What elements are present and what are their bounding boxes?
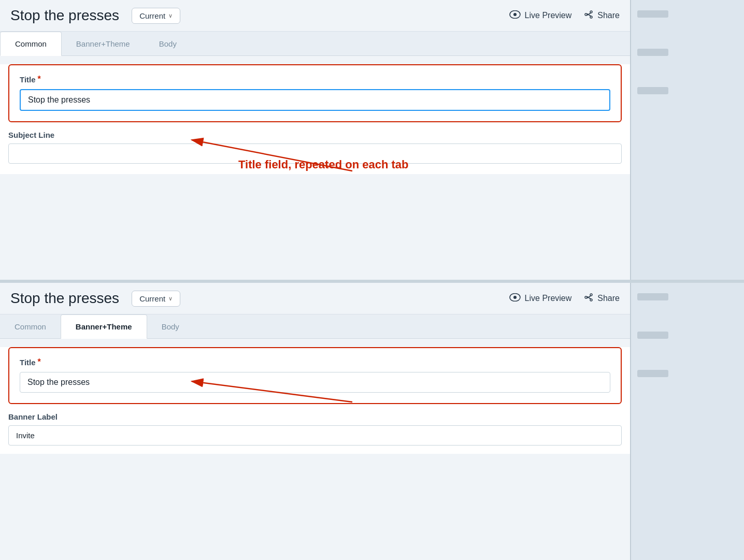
top-panel: Stop the presses Current ∨ Live Preview [0, 0, 744, 280]
bottom-panel-content: Title * Banner Label [0, 347, 630, 454]
bottom-main-content: Stop the presses Current ∨ Live Preview [0, 283, 630, 454]
top-title-label-text: Title [20, 75, 36, 84]
share-icon [584, 10, 593, 21]
top-panel-content: Title * Subject Line [0, 64, 630, 174]
svg-point-1 [513, 13, 517, 16]
bottom-title-input[interactable] [20, 372, 610, 393]
version-label: Current [139, 11, 165, 20]
tab-body-bottom[interactable]: Body [147, 314, 194, 338]
top-header: Stop the presses Current ∨ Live Preview [0, 0, 630, 32]
panels-container: Stop the presses Current ∨ Live Preview [0, 0, 744, 560]
top-live-preview-button[interactable]: Live Preview [509, 10, 572, 21]
bottom-title-label-row: Title * [20, 357, 610, 367]
bottom-live-preview-label: Live Preview [525, 294, 572, 303]
top-tab-bar: Common Banner+Theme Body [0, 32, 630, 56]
top-header-right: Live Preview Share [509, 10, 620, 21]
bottom-banner-section: Banner Label [0, 412, 630, 454]
bottom-panel: Stop the presses Current ∨ Live Preview [0, 283, 744, 560]
sidebar-stub-1 [637, 10, 668, 18]
top-title-section-box: Title * [8, 64, 622, 122]
sidebar-stub-3 [637, 87, 668, 94]
top-main-content: Stop the presses Current ∨ Live Preview [0, 0, 630, 174]
top-subject-label: Subject Line [8, 131, 622, 139]
svg-point-5 [513, 296, 517, 299]
bottom-tab-bar: Common Banner+Theme Body [0, 314, 630, 339]
version-chevron-icon: ∨ [168, 12, 173, 19]
bottom-title-section-box: Title * [8, 347, 622, 404]
live-preview-label: Live Preview [525, 11, 572, 20]
top-subject-section: Subject Line [0, 131, 630, 174]
tab-common-bottom[interactable]: Common [0, 314, 61, 338]
bottom-title-label-text: Title [20, 358, 36, 367]
bottom-eye-icon [509, 293, 521, 304]
tab-banner-theme-top[interactable]: Banner+Theme [62, 32, 145, 55]
top-share-button[interactable]: Share [584, 10, 620, 21]
share-label: Share [597, 11, 620, 20]
bottom-right-sidebar [630, 283, 744, 560]
tab-body-top[interactable]: Body [145, 32, 191, 55]
bottom-share-button[interactable]: Share [584, 293, 620, 304]
eye-icon [509, 10, 521, 21]
bottom-version-label: Current [139, 294, 165, 303]
tab-common-top[interactable]: Common [0, 32, 62, 56]
top-panel-title: Stop the presses [10, 7, 119, 24]
top-title-required-star: * [38, 75, 41, 84]
tab-banner-theme-bottom[interactable]: Banner+Theme [61, 314, 147, 339]
sidebar-stub-2 [637, 49, 668, 56]
top-right-sidebar [630, 0, 744, 280]
top-title-label-row: Title * [20, 75, 610, 84]
bottom-sidebar-stub-1 [637, 293, 668, 300]
bottom-version-chevron-icon: ∨ [168, 295, 173, 302]
top-title-input[interactable] [20, 89, 610, 111]
bottom-share-label: Share [597, 294, 620, 303]
top-subject-input[interactable] [8, 143, 622, 164]
top-version-button[interactable]: Current ∨ [132, 8, 180, 24]
bottom-panel-title: Stop the presses [10, 290, 119, 307]
bottom-sidebar-stub-2 [637, 332, 668, 339]
bottom-live-preview-button[interactable]: Live Preview [509, 293, 572, 304]
bottom-sidebar-stub-3 [637, 370, 668, 377]
bottom-banner-input[interactable] [8, 425, 622, 446]
bottom-version-button[interactable]: Current ∨ [132, 291, 180, 307]
bottom-title-required-star: * [38, 357, 41, 367]
bottom-share-icon [584, 293, 593, 304]
bottom-header: Stop the presses Current ∨ Live Preview [0, 283, 630, 314]
bottom-header-right: Live Preview Share [509, 293, 620, 304]
bottom-banner-label-text: Banner Label [8, 412, 622, 421]
